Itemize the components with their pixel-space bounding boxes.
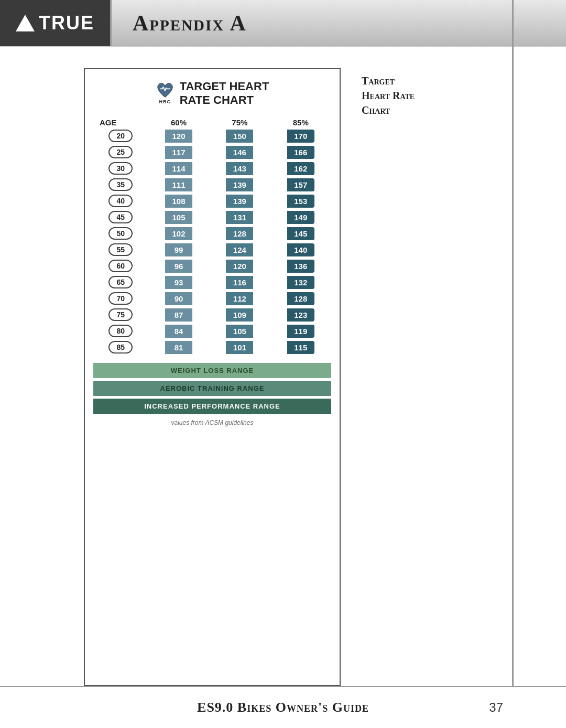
age-cell: 40	[93, 193, 148, 209]
sidebar-section-title: Target Heart Rate Chart	[362, 73, 550, 117]
pct85-cell: 119	[270, 323, 331, 339]
chart-footnote: values from ACSM guidelines	[93, 419, 331, 426]
pct75-cell: 128	[209, 226, 270, 242]
pct85-cell: 157	[270, 177, 331, 193]
heart-rate-chart: HRC TARGET HEART RATE CHART AGE 60% 75% …	[84, 68, 341, 686]
age-value: 55	[108, 243, 133, 256]
sidebar-title-line2: Heart Rate	[362, 90, 415, 101]
pct75-cell: 105	[209, 323, 270, 339]
pct85-value: 145	[287, 227, 314, 240]
pct85-cell: 128	[270, 291, 331, 307]
pct85-cell: 145	[270, 226, 331, 242]
pct85-value: 115	[287, 341, 314, 354]
pct85-cell: 162	[270, 160, 331, 177]
pct85-value: 132	[287, 276, 314, 289]
pct60-value: 81	[165, 341, 192, 354]
main-content: HRC TARGET HEART RATE CHART AGE 60% 75% …	[0, 47, 566, 686]
pct85-value: 136	[287, 260, 314, 273]
pct75-value: 116	[226, 276, 253, 289]
pct60-value: 117	[165, 146, 192, 159]
pct75-value: 101	[226, 341, 253, 354]
table-body: 20 120 150 170 25 117 146 166	[93, 128, 331, 356]
pct75-cell: 101	[209, 339, 270, 356]
page-title: Appendix A	[133, 10, 247, 36]
pct85-cell: 149	[270, 209, 331, 226]
pct75-value: 150	[226, 130, 253, 143]
brand-logo: TRUE	[16, 12, 94, 34]
pct75-cell: 109	[209, 307, 270, 323]
sidebar-title-line1: Target	[362, 75, 395, 87]
right-sidebar: Target Heart Rate Chart	[341, 68, 566, 686]
age-cell: 55	[93, 242, 148, 258]
age-value: 60	[108, 260, 133, 272]
pct75-cell: 120	[209, 258, 270, 274]
pct85-cell: 115	[270, 339, 331, 356]
logo-text: TRUE	[39, 12, 94, 34]
left-spacer	[0, 68, 84, 686]
pct60-cell: 117	[148, 144, 209, 160]
pct85-value: 157	[287, 178, 314, 191]
table-row: 70 90 112 128	[93, 291, 331, 307]
age-value: 30	[108, 162, 133, 175]
pct60-value: 87	[165, 308, 192, 322]
pct85-cell: 123	[270, 307, 331, 323]
age-column-header: AGE	[93, 117, 148, 128]
pct60-column-header: 60%	[148, 117, 209, 128]
age-cell: 20	[93, 128, 148, 144]
pct75-cell: 143	[209, 160, 270, 177]
pct85-cell: 136	[270, 258, 331, 274]
age-value: 65	[108, 276, 133, 288]
pct75-cell: 146	[209, 144, 270, 160]
pct85-value: 170	[287, 130, 314, 143]
sidebar-title-line3: Chart	[362, 104, 390, 116]
age-cell: 65	[93, 274, 148, 291]
table-row: 50 102 128 145	[93, 226, 331, 242]
age-cell: 85	[93, 339, 148, 356]
pct60-cell: 84	[148, 323, 209, 339]
pct60-value: 99	[165, 243, 192, 256]
increased-performance-range-bar: INCREASED PERFORMANCE RANGE	[93, 399, 331, 414]
pct85-value: 153	[287, 195, 314, 208]
hrc-icon-area: HRC	[156, 82, 175, 104]
pct75-value: 139	[226, 178, 253, 191]
pct60-value: 102	[165, 227, 192, 240]
table-row: 75 87 109 123	[93, 307, 331, 323]
pct75-cell: 139	[209, 193, 270, 209]
table-row: 45 105 131 149	[93, 209, 331, 226]
pct85-value: 119	[287, 325, 314, 338]
footer-title: ES9.0 Bikes Owner's Guide	[197, 700, 369, 715]
chart-header: HRC TARGET HEART RATE CHART	[93, 80, 331, 108]
pct85-cell: 140	[270, 242, 331, 258]
age-value: 35	[108, 178, 133, 191]
pct75-value: 120	[226, 260, 253, 273]
pct60-value: 114	[165, 162, 192, 175]
pct75-value: 139	[226, 195, 253, 208]
weight-loss-range-bar: WEIGHT LOSS RANGE	[93, 363, 331, 378]
age-value: 25	[108, 146, 133, 158]
age-cell: 70	[93, 291, 148, 307]
page-number: 37	[489, 700, 503, 715]
chart-title-line1: TARGET HEART	[180, 80, 269, 93]
pct60-value: 93	[165, 276, 192, 289]
age-value: 70	[108, 292, 133, 305]
table-row: 25 117 146 166	[93, 144, 331, 160]
age-cell: 30	[93, 160, 148, 177]
pct85-value: 166	[287, 146, 314, 159]
chart-title: TARGET HEART RATE CHART	[180, 80, 269, 108]
pct60-cell: 108	[148, 193, 209, 209]
pct75-value: 143	[226, 162, 253, 175]
pct75-value: 109	[226, 308, 253, 322]
aerobic-training-range-bar: AEROBIC TRAINING RANGE	[93, 381, 331, 396]
pct75-cell: 112	[209, 291, 270, 307]
pct85-cell: 153	[270, 193, 331, 209]
pct60-cell: 111	[148, 177, 209, 193]
page-header: TRUE Appendix A	[0, 0, 566, 47]
pct60-value: 90	[165, 292, 192, 305]
age-cell: 60	[93, 258, 148, 274]
heart-icon	[156, 82, 175, 99]
age-cell: 75	[93, 307, 148, 323]
table-row: 65 93 116 132	[93, 274, 331, 291]
table-row: 35 111 139 157	[93, 177, 331, 193]
pct75-cell: 116	[209, 274, 270, 291]
table-row: 40 108 139 153	[93, 193, 331, 209]
